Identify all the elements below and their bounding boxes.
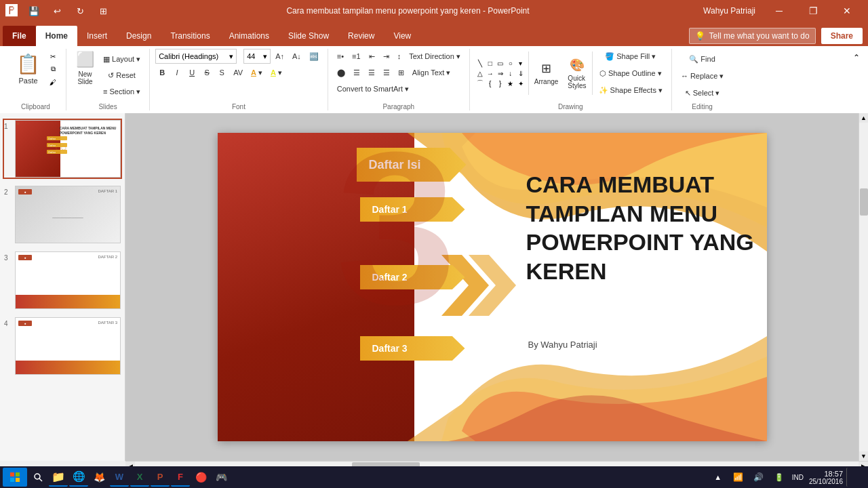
triangle-shape[interactable]: △ [475,68,485,78]
rect-shape[interactable]: □ [486,58,495,68]
arrange-button[interactable]: ⊞ Arrange [532,58,561,88]
share-button[interactable]: Share [821,28,863,44]
font-name-selector[interactable]: Calibri (Headings) ▾ [155,49,237,64]
slide-thumb-3[interactable]: 3 ● DAFTAR 2 [3,250,122,310]
brace-shape[interactable]: { [486,79,495,88]
new-slide-button[interactable]: ⬜ NewSlide [72,49,98,87]
undo-quick-btn[interactable]: ↩ [47,1,66,20]
align-text-btn[interactable]: Align Text ▾ [409,65,454,80]
justify-btn[interactable]: ☰ [380,65,393,80]
convert-smartart-btn[interactable]: Convert to SmartArt ▾ [334,81,412,96]
strikethrough-button[interactable]: S [200,65,214,80]
game-btn[interactable]: 🎮 [212,468,231,487]
scroll-thumb[interactable] [860,188,868,216]
taskbar-network-icon[interactable]: 📶 [729,468,748,487]
reset-button[interactable]: ↺ Reset [100,68,144,83]
search-taskbar-btn[interactable] [28,468,47,487]
italic-button[interactable]: I [170,65,184,80]
align-left-btn[interactable]: ⬤ [334,65,349,80]
tab-review[interactable]: Review [338,26,384,46]
oval-shape[interactable]: ○ [506,58,515,68]
arrow-shape-icon[interactable]: → [486,68,495,78]
firefox-btn[interactable]: 🦊 [90,468,108,487]
font-size-selector[interactable]: 44 ▾ [243,49,271,64]
tab-insert[interactable]: Insert [77,26,117,46]
curve-shape[interactable]: ⌒ [475,79,485,88]
chrome-btn[interactable]: 🌐 [69,468,88,487]
star-shape[interactable]: ★ [506,79,515,88]
taskbar-show-hidden[interactable]: ▲ [709,468,728,487]
minimize-btn[interactable]: ─ [764,0,795,22]
rec-btn[interactable]: 🔴 [191,468,210,487]
arrow2-shape[interactable]: ⇒ [496,68,505,78]
numbered-list-button[interactable]: ≡1 [349,49,364,64]
taskbar-sound-icon[interactable]: 🔊 [749,468,768,487]
slide-thumb-4[interactable]: 4 ● DAFTAR 3 [3,316,122,376]
close-btn[interactable]: ✕ [831,0,863,22]
more-shapes[interactable]: ▾ [516,58,526,68]
tab-design[interactable]: Design [117,26,161,46]
word-btn[interactable]: W [110,468,129,487]
tab-view[interactable]: View [384,26,420,46]
shadow-button[interactable]: S [215,65,229,80]
powerpoint-btn[interactable]: P [151,468,170,487]
foxitreader-btn[interactable]: F [171,468,190,487]
tab-home[interactable]: Home [36,26,77,46]
redo-quick-btn[interactable]: ↻ [71,1,90,20]
shape-outline-button[interactable]: ⬡ Shape Outline ▾ [595,66,666,81]
arrow4-shape[interactable]: ⇓ [516,68,526,78]
clear-format-btn[interactable]: 🔤 [306,49,322,64]
file-explorer-btn[interactable]: 📁 [49,468,68,487]
increase-indent-btn[interactable]: ⇥ [380,49,393,64]
copy-button[interactable]: ⧉ [45,63,60,75]
select-button[interactable]: ↖ Select ▾ [677,85,727,100]
tab-transitions[interactable]: Transitions [161,26,219,46]
tell-me-search[interactable]: 💡 Tell me what you want to do [689,28,816,44]
cut-button[interactable]: ✂ [45,50,60,62]
tab-animations[interactable]: Animations [220,26,279,46]
save-quick-btn[interactable]: 💾 [24,1,43,20]
underline-button[interactable]: U [185,65,199,80]
brace2-shape[interactable]: } [496,79,505,88]
find-button[interactable]: 🔍 Find [677,52,727,66]
highlight-button[interactable]: A ▾ [267,65,285,80]
shape-effects-button[interactable]: ✨ Shape Effects ▾ [595,83,666,98]
font-color-button[interactable]: A ▾ [248,65,266,80]
slide-thumb-2[interactable]: 2 ● DAFTAR 1 ──────── [3,184,122,245]
more-shapes2[interactable]: ✦ [516,79,526,88]
start-button[interactable] [3,468,27,487]
layout-button[interactable]: ▦ Layout ▾ [100,52,144,66]
columns-btn[interactable]: ⊞ [395,65,408,80]
align-right-btn[interactable]: ☰ [365,65,378,80]
paste-button[interactable]: 📋 Paste [11,49,45,88]
arrow3-shape[interactable]: ↓ [506,68,515,78]
customize-quick-btn[interactable]: ⊞ [94,1,113,20]
rounded-rect-shape[interactable]: ▭ [496,58,505,68]
align-center-btn[interactable]: ☰ [350,65,363,80]
replace-button[interactable]: ↔ Replace ▾ [677,68,727,83]
section-button[interactable]: ≡ Section ▾ [100,84,144,99]
slide-thumb-1[interactable]: 1 CARA MEMBUAT TAMPILAN MENU POWERPOINT … [3,119,122,179]
line-spacing-btn[interactable]: ↕ [394,49,405,64]
text-direction-btn[interactable]: Text Direction ▾ [406,49,464,64]
bullet-list-button[interactable]: ≡• [334,49,347,64]
excel-btn[interactable]: X [130,468,149,487]
canvas-area[interactable]: Daftar Isi Daftar 1 Daftar 2 Daftar 3 3 … [125,113,859,461]
scroll-down-btn[interactable]: ▼ [859,451,869,461]
char-spacing-button[interactable]: AV [230,65,246,80]
increase-font-btn[interactable]: A↑ [272,49,288,64]
line-shape[interactable]: ╲ [475,58,485,68]
tab-file[interactable]: File [3,26,36,46]
taskbar-battery-icon[interactable]: 🔋 [770,468,789,487]
show-desktop-btn[interactable] [846,468,865,487]
restore-btn[interactable]: ❐ [797,0,829,22]
scroll-up-btn[interactable]: ▲ [859,113,869,123]
decrease-indent-btn[interactable]: ⇤ [366,49,378,64]
decrease-font-btn[interactable]: A↓ [289,49,304,64]
ribbon-collapse-btn[interactable]: ⌃ [850,52,863,64]
bold-button[interactable]: B [155,65,169,80]
shape-fill-button[interactable]: 🪣 Shape Fill ▾ [595,49,666,64]
format-painter-button[interactable]: 🖌 [45,76,60,88]
quick-styles-button[interactable]: 🎨 QuickStyles [565,55,589,92]
tab-slideshow[interactable]: Slide Show [279,26,338,46]
